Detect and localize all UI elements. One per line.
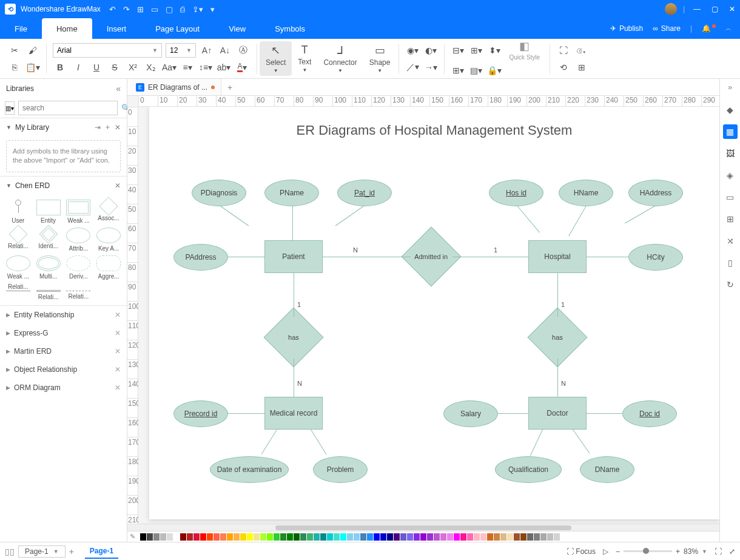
- underline-icon[interactable]: U: [89, 60, 104, 75]
- connector-tool[interactable]: ⅃Connector▼: [317, 41, 363, 76]
- shape-entity[interactable]: Entity: [34, 198, 63, 225]
- shape-line3[interactable]: Relati...: [64, 282, 93, 302]
- color-swatch[interactable]: [287, 533, 293, 541]
- color-swatch[interactable]: [300, 533, 306, 541]
- color-swatch[interactable]: [354, 533, 360, 541]
- horizontal-scrollbar[interactable]: [127, 524, 719, 531]
- color-swatch[interactable]: [520, 533, 526, 541]
- font-color-icon[interactable]: A▾: [235, 60, 249, 75]
- zoom-out-icon[interactable]: −: [616, 547, 620, 556]
- subscript-icon[interactable]: X₂: [144, 60, 158, 75]
- close-section-icon[interactable]: ✕: [115, 123, 121, 132]
- color-swatch[interactable]: [153, 533, 160, 541]
- color-swatch[interactable]: [193, 533, 200, 541]
- expand-right-icon[interactable]: »: [728, 83, 732, 92]
- color-swatch[interactable]: [274, 533, 280, 541]
- save-icon[interactable]: ▢: [166, 5, 173, 14]
- shape-relation[interactable]: Relati...: [4, 226, 33, 253]
- lib-item[interactable]: ▶ORM Diagram✕: [0, 379, 127, 397]
- color-swatch[interactable]: [320, 533, 326, 541]
- distribute-icon[interactable]: ⊞▾: [469, 43, 483, 58]
- color-swatch[interactable]: [260, 533, 266, 541]
- shape-weak-attr[interactable]: Weak ...: [4, 254, 33, 281]
- shape-ident[interactable]: Identi...: [34, 226, 63, 253]
- attr-docid[interactable]: Doc id: [622, 400, 677, 427]
- line-style-icon[interactable]: ／▾: [405, 60, 420, 75]
- component-icon[interactable]: ⊞: [723, 212, 738, 226]
- fullscreen-icon[interactable]: ⤢: [729, 547, 735, 556]
- canvas[interactable]: ER Diagrams of Hospital Management Syste…: [138, 107, 719, 524]
- print-icon[interactable]: ⎙: [180, 5, 185, 14]
- bold-icon[interactable]: B: [53, 60, 67, 75]
- lib-item[interactable]: ▶Express-G✕: [0, 324, 127, 342]
- font-size-select[interactable]: 12▼: [166, 43, 196, 58]
- zoom-in-icon[interactable]: +: [676, 547, 680, 556]
- color-swatch[interactable]: [227, 533, 233, 541]
- entity-patient[interactable]: Patient: [264, 240, 323, 273]
- italic-icon[interactable]: I: [71, 60, 86, 75]
- color-swatch[interactable]: [400, 533, 406, 541]
- attr-patid[interactable]: Pat_id: [337, 180, 392, 206]
- color-swatch[interactable]: [454, 533, 460, 541]
- lib-item[interactable]: ▶Martin ERD✕: [0, 342, 127, 360]
- outline-icon[interactable]: ▯▯: [5, 547, 15, 556]
- attr-paddress[interactable]: PAddress: [173, 244, 228, 271]
- tab-view[interactable]: View: [214, 18, 260, 39]
- shape-multi[interactable]: Multi...: [34, 254, 63, 281]
- lib-item[interactable]: ▶Object Relationship✕: [0, 360, 127, 379]
- color-swatch[interactable]: [240, 533, 246, 541]
- attr-problem[interactable]: Problem: [313, 456, 368, 483]
- attr-hcity[interactable]: HCity: [628, 244, 683, 271]
- tab-page-layout[interactable]: Page Layout: [141, 18, 214, 39]
- add-doc-tab[interactable]: +: [221, 83, 238, 92]
- color-swatch[interactable]: [360, 533, 366, 541]
- color-swatch[interactable]: [480, 533, 486, 541]
- color-swatch[interactable]: [267, 533, 273, 541]
- publish-button[interactable]: ✈Publish: [610, 24, 643, 33]
- close-icon[interactable]: ✕: [729, 5, 735, 13]
- format-painter-icon[interactable]: 🖌: [25, 43, 40, 58]
- shape-attrib[interactable]: Attrib...: [64, 226, 93, 253]
- color-swatch[interactable]: [494, 533, 500, 541]
- color-swatch[interactable]: [220, 533, 226, 541]
- mylib-section[interactable]: ▼My Library⇥+✕: [0, 118, 127, 137]
- clear-format-icon[interactable]: Ⓐ: [236, 43, 251, 58]
- shape-user[interactable]: User: [4, 198, 33, 225]
- color-swatch[interactable]: [200, 533, 206, 541]
- layer-icon[interactable]: ▤▾: [469, 63, 483, 78]
- play-icon[interactable]: ▷: [603, 547, 608, 556]
- import-icon[interactable]: ⇥: [95, 123, 101, 132]
- color-swatch[interactable]: [440, 533, 446, 541]
- redo-icon[interactable]: ↷: [123, 5, 130, 14]
- focus-icon[interactable]: ⛶ Focus: [567, 547, 596, 556]
- line-spacing-icon[interactable]: ↕≡▾: [198, 60, 213, 75]
- export-icon[interactable]: ⇪▾: [192, 5, 203, 14]
- attr-pdiagnosis[interactable]: PDiagnosis: [192, 180, 246, 206]
- fit-icon[interactable]: ⛶: [556, 43, 571, 58]
- share-button[interactable]: ∞Share: [653, 24, 681, 33]
- shape-assoc[interactable]: Assoc...: [94, 198, 123, 225]
- color-swatch[interactable]: [254, 533, 260, 541]
- entity-medical-record[interactable]: Medical record: [264, 397, 323, 430]
- color-swatch[interactable]: [294, 533, 300, 541]
- color-swatch[interactable]: [507, 533, 513, 541]
- attr-hosid[interactable]: Hos id: [489, 180, 543, 206]
- color-swatch[interactable]: [347, 533, 353, 541]
- color-swatch[interactable]: [147, 533, 153, 541]
- attr-doe[interactable]: Date of examination: [210, 456, 289, 483]
- text-tool[interactable]: TText▼: [292, 41, 317, 76]
- case-icon[interactable]: Aa▾: [162, 60, 177, 75]
- attr-dname[interactable]: DName: [580, 456, 634, 483]
- decrease-font-icon[interactable]: A↓: [218, 43, 232, 58]
- superscript-icon[interactable]: X²: [126, 60, 140, 75]
- color-swatch[interactable]: [180, 533, 186, 541]
- fit-page-icon[interactable]: ⛶: [715, 547, 722, 556]
- bullets-icon[interactable]: ≡▾: [180, 60, 195, 75]
- attr-hname[interactable]: HName: [559, 180, 613, 206]
- close-section-icon[interactable]: ✕: [115, 181, 121, 190]
- shape-aggre[interactable]: Aggre...: [94, 254, 123, 281]
- color-swatch[interactable]: [234, 533, 240, 541]
- entity-hospital[interactable]: Hospital: [528, 240, 587, 273]
- color-swatch[interactable]: [394, 533, 400, 541]
- attr-pname[interactable]: PName: [264, 180, 319, 206]
